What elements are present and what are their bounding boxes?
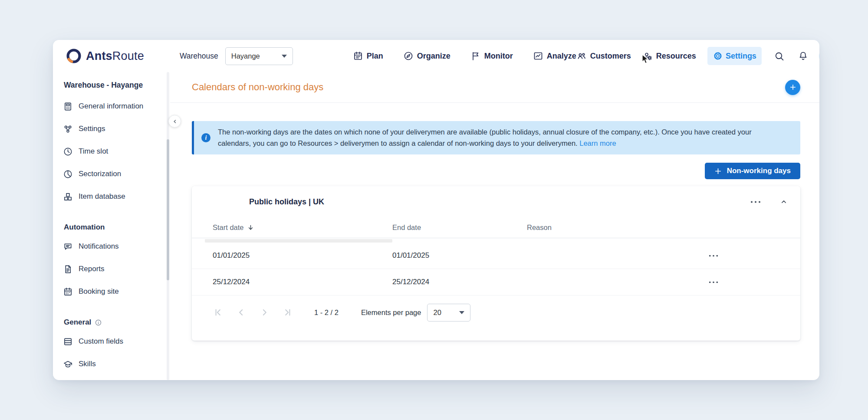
column-start-date[interactable]: Start date — [213, 223, 392, 232]
sidebar-item-notifications[interactable]: Notifications — [63, 235, 170, 258]
organize-compass-icon — [403, 51, 414, 61]
info-banner: i The non-working days are the dates on … — [192, 121, 800, 154]
sort-descending-icon[interactable] — [247, 224, 254, 231]
booking-calendar-icon — [63, 287, 73, 297]
chevron-down-icon — [459, 311, 464, 314]
sidebar-item-reports[interactable]: Reports — [63, 258, 170, 280]
warehouse-label: Warehouse — [180, 52, 218, 61]
ellipsis-icon — [750, 200, 761, 204]
plus-icon — [789, 83, 797, 91]
calendar-card-title: Public holidays | UK — [249, 197, 324, 207]
brand-name: AntsRoute — [86, 49, 144, 63]
last-page-button[interactable] — [281, 306, 294, 319]
row-menu-button[interactable] — [706, 251, 721, 260]
nav-analyze[interactable]: Analyze — [533, 51, 576, 61]
search-button[interactable] — [773, 50, 786, 62]
cell-end-date: 01/01/2025 — [392, 251, 527, 260]
pagination-range: 1 - 2 / 2 — [314, 308, 339, 317]
ellipsis-icon — [708, 254, 719, 258]
general-information-icon — [63, 102, 73, 112]
sidebar-item-booking-site[interactable]: Booking site — [63, 280, 170, 303]
nav-organize[interactable]: Organize — [403, 51, 450, 61]
sidebar-item-custom-fields[interactable]: Custom fields — [63, 330, 170, 353]
top-bar: AntsRoute Warehouse Hayange Plan — [53, 40, 819, 72]
sidebar-scrollbar-thumb[interactable] — [167, 139, 169, 280]
sidebar-section-automation: Automation — [64, 223, 170, 232]
settings-gear-icon — [713, 51, 723, 61]
plus-icon — [714, 167, 722, 175]
sidebar-item-sectorization[interactable]: Sectorization — [63, 163, 170, 185]
calendar-card: Public holidays | UK — [192, 186, 800, 341]
sorted-column-indicator — [205, 239, 392, 243]
boxes-icon — [63, 192, 73, 202]
first-page-button[interactable] — [212, 306, 225, 319]
chat-bubble-icon — [63, 242, 73, 252]
sidebar-item-general-information[interactable]: General information — [63, 95, 170, 118]
per-page-select[interactable]: 20 — [427, 304, 470, 322]
sidebar-item-item-database[interactable]: Item database — [63, 185, 170, 208]
antsroute-logo-icon — [66, 48, 82, 64]
content-header: Calendars of non-working days — [170, 72, 819, 103]
nav-customers[interactable]: Customers — [576, 51, 631, 61]
calendar-card-header: Public holidays | UK — [192, 186, 800, 217]
top-bar-right: Customers Resources — [576, 46, 819, 66]
bell-icon — [798, 51, 809, 62]
add-calendar-button[interactable] — [785, 80, 800, 95]
non-working-days-button[interactable]: Non-working days — [705, 163, 800, 179]
sidebar-collapse-button[interactable] — [168, 115, 181, 128]
sector-pie-icon — [63, 169, 73, 179]
main-nav: Plan Organize Monitor — [353, 51, 576, 61]
search-icon — [774, 51, 785, 62]
analyze-chart-icon — [533, 51, 543, 61]
clock-icon — [63, 147, 73, 157]
last-page-icon — [282, 307, 293, 318]
cell-start-date: 01/01/2025 — [213, 251, 392, 260]
column-reason[interactable]: Reason — [527, 223, 704, 232]
app-window: AntsRoute Warehouse Hayange Plan — [53, 40, 819, 380]
sidebar-item-time-slot[interactable]: Time slot — [63, 140, 170, 163]
previous-page-button[interactable] — [235, 306, 248, 319]
next-page-button[interactable] — [258, 306, 271, 319]
card-collapse-button[interactable] — [777, 195, 791, 209]
sidebar-title: Warehouse - Hayange — [64, 81, 170, 90]
column-end-date[interactable]: End date — [392, 223, 527, 232]
document-icon — [63, 264, 73, 274]
chevron-right-icon — [259, 307, 270, 318]
content-body: i The non-working days are the dates on … — [170, 103, 819, 380]
sidebar-section-general: General — [64, 318, 170, 327]
table-row[interactable]: 01/01/2025 01/01/2025 — [192, 243, 800, 269]
first-page-icon — [213, 307, 224, 318]
per-page-label: Elements per page — [361, 308, 421, 317]
brand-logo[interactable]: AntsRoute — [66, 48, 144, 64]
sidebar-item-skills[interactable]: Skills — [63, 353, 170, 375]
sidebar-automation-list: Notifications Reports — [63, 235, 170, 303]
table-header: Start date End date Reason — [192, 217, 800, 238]
nav-monitor[interactable]: Monitor — [470, 51, 513, 61]
info-banner-text: The non-working days are the dates on wh… — [218, 127, 765, 149]
chevron-left-icon — [171, 118, 179, 125]
chevron-left-icon — [236, 307, 247, 318]
warehouse-select[interactable]: Hayange — [225, 47, 293, 65]
notifications-button[interactable] — [797, 50, 809, 62]
per-page-value: 20 — [433, 308, 441, 317]
sidebar-item-settings[interactable]: Settings — [63, 118, 170, 140]
nav-settings[interactable]: Settings — [707, 47, 762, 65]
learn-more-link[interactable]: Learn more — [579, 139, 616, 147]
sidebar-warehouse-list: General information Settings — [63, 95, 170, 208]
page-title: Calendars of non-working days — [192, 82, 323, 93]
chevron-down-icon — [282, 55, 287, 58]
settings-workflow-icon — [63, 124, 73, 134]
card-actions — [747, 195, 791, 209]
monitor-flag-icon — [470, 51, 481, 61]
table-row[interactable]: 25/12/2024 25/12/2024 — [192, 269, 800, 295]
row-menu-button[interactable] — [706, 278, 721, 287]
warehouse-selector-group: Warehouse Hayange — [180, 47, 293, 65]
info-icon: i — [201, 133, 210, 142]
card-menu-button[interactable] — [747, 197, 764, 207]
main-content: Calendars of non-working days i The non-… — [170, 72, 819, 380]
chevron-up-icon — [779, 197, 788, 206]
nav-plan[interactable]: Plan — [353, 51, 383, 61]
sidebar: Warehouse - Hayange General information — [53, 72, 170, 380]
resources-user-gear-icon — [642, 51, 653, 61]
nav-resources[interactable]: Resources — [642, 51, 696, 61]
